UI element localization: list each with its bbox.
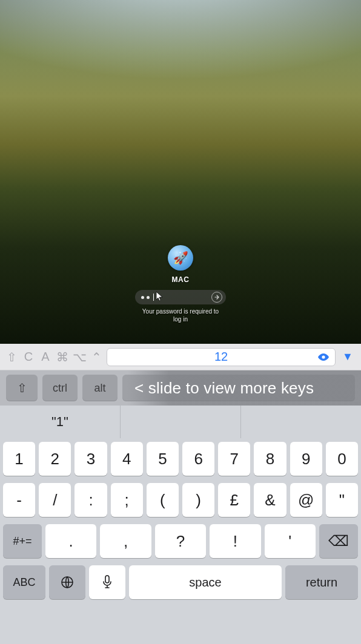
key-exclaim[interactable]: ! — [210, 524, 260, 558]
key-5[interactable]: 5 — [147, 442, 179, 476]
key-symbols[interactable]: #+= — [3, 524, 42, 558]
key-4[interactable]: 4 — [111, 442, 143, 476]
mod-ctrl-key[interactable]: ctrl — [42, 375, 78, 401]
key-at[interactable]: @ — [290, 483, 322, 517]
remote-desktop-viewport[interactable]: 🚀 MAC Your password is required to log i… — [0, 0, 361, 344]
key-rparen[interactable]: ) — [182, 483, 214, 517]
microphone-icon — [101, 574, 113, 590]
toolbar-ctrl-icon[interactable]: ⌃ — [90, 350, 103, 364]
key-globe[interactable] — [49, 565, 85, 599]
avatar-rocket-icon: 🚀 — [173, 251, 188, 265]
eye-icon[interactable] — [317, 352, 330, 362]
key-row-2: - / : ; ( ) £ & @ " — [0, 479, 361, 521]
key-9[interactable]: 9 — [290, 442, 322, 476]
toolbar-opt-icon[interactable]: ⌥ — [73, 350, 86, 364]
key-row-1: 1 2 3 4 5 6 7 8 9 0 — [0, 438, 361, 479]
key-3[interactable]: 3 — [75, 442, 107, 476]
key-lparen[interactable]: ( — [147, 483, 179, 517]
key-question[interactable]: ? — [155, 524, 206, 558]
toolbar-text-field[interactable]: 12 — [107, 348, 336, 366]
svg-rect-2 — [105, 576, 109, 583]
suggestion-3[interactable] — [241, 406, 361, 438]
key-row-3: #+= . , ? ! ' ⌫ — [0, 521, 361, 562]
shift-up-icon: ⇧ — [17, 381, 27, 395]
toolbar-a-icon[interactable]: A — [39, 350, 52, 364]
key-slash[interactable]: / — [39, 483, 71, 517]
username-label: MAC — [172, 275, 190, 284]
ios-keyboard: "1" 1 2 3 4 5 6 7 8 9 0 - / : ; ( ) £ & … — [0, 406, 361, 644]
key-7[interactable]: 7 — [218, 442, 250, 476]
mod-more-area[interactable] — [122, 375, 355, 401]
key-apostrophe[interactable]: ' — [265, 524, 316, 558]
key-colon[interactable]: : — [75, 483, 107, 517]
globe-icon — [60, 575, 75, 590]
toolbar-c-icon[interactable]: C — [22, 350, 35, 364]
mod-alt-key[interactable]: alt — [82, 375, 118, 401]
password-hint: Your password is required to log in — [142, 308, 219, 323]
toolbar-shift-icon[interactable]: ⇧ — [5, 350, 18, 364]
dropdown-icon[interactable]: ▼ — [339, 350, 356, 363]
key-dash[interactable]: - — [3, 483, 35, 517]
user-avatar[interactable]: 🚀 — [168, 245, 193, 271]
key-2[interactable]: 2 — [39, 442, 71, 476]
suggestion-bar: "1" — [0, 406, 361, 438]
key-space[interactable]: space — [129, 565, 282, 599]
key-amp[interactable]: & — [254, 483, 286, 517]
svg-point-0 — [322, 355, 325, 358]
key-period[interactable]: . — [45, 524, 96, 558]
key-row-bottom: ABC space return — [0, 562, 361, 605]
key-semicolon[interactable]: ; — [111, 483, 143, 517]
key-pound[interactable]: £ — [218, 483, 250, 517]
key-dictate[interactable] — [89, 565, 125, 599]
key-8[interactable]: 8 — [254, 442, 286, 476]
key-1[interactable]: 1 — [3, 442, 35, 476]
key-comma[interactable]: , — [100, 524, 151, 558]
submit-arrow-icon[interactable] — [211, 292, 222, 303]
password-input[interactable] — [135, 290, 226, 304]
suggestion-2[interactable] — [121, 406, 241, 438]
key-return[interactable]: return — [285, 565, 358, 599]
key-quote[interactable]: " — [326, 483, 358, 517]
mod-shift-key[interactable]: ⇧ — [6, 375, 38, 401]
login-panel: 🚀 MAC Your password is required to log i… — [135, 245, 226, 323]
backspace-icon: ⌫ — [328, 533, 349, 550]
password-dots — [141, 294, 211, 301]
toolbar-field-value: 12 — [214, 350, 228, 364]
client-toolbar: ⇧ C A ⌘ ⌥ ⌃ 12 ▼ — [0, 344, 361, 370]
key-backspace[interactable]: ⌫ — [319, 524, 358, 558]
modifier-key-row[interactable]: ⇧ ctrl alt < slide to view more keys — [0, 370, 361, 406]
suggestion-1[interactable]: "1" — [0, 406, 121, 438]
key-0[interactable]: 0 — [326, 442, 358, 476]
toolbar-cmd-icon[interactable]: ⌘ — [56, 350, 69, 364]
key-abc[interactable]: ABC — [3, 565, 45, 599]
key-6[interactable]: 6 — [182, 442, 214, 476]
